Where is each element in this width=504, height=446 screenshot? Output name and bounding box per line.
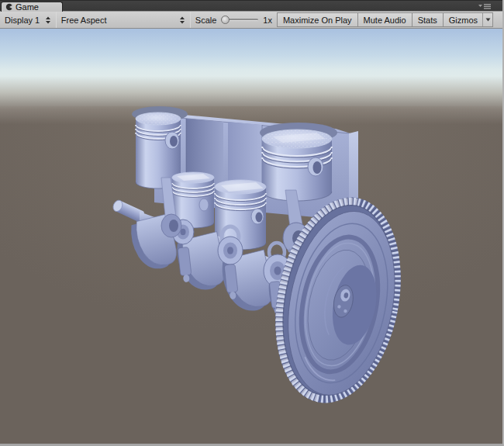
- tab-game[interactable]: Game: [1, 2, 63, 12]
- tab-strip: Game: [0, 0, 502, 11]
- gizmos-label: Gizmos: [449, 16, 478, 25]
- mute-audio-button[interactable]: Mute Audio: [357, 12, 413, 27]
- game-view-toolbar: Display 1 Free Aspect Scale 1x Maximize …: [0, 11, 502, 29]
- gizmos-dropdown-arrow[interactable]: [482, 13, 492, 26]
- display-dropdown-label: Display 1: [5, 16, 40, 25]
- stats-button[interactable]: Stats: [412, 12, 444, 27]
- piston-4: [262, 130, 332, 201]
- chevron-down-icon: [485, 18, 491, 22]
- scale-slider[interactable]: [221, 16, 258, 24]
- engine-3d-render: [0, 29, 502, 446]
- maximize-on-play-button[interactable]: Maximize On Play: [277, 12, 358, 27]
- toolbar-button-group: Maximize On Play Mute Audio Stats Gizmos: [277, 12, 493, 27]
- wrist-pin-boss: [165, 132, 179, 149]
- wrist-pin-boss: [251, 209, 264, 224]
- wrist-pin-boss: [199, 199, 209, 211]
- updown-arrows-icon: [179, 16, 185, 24]
- game-view-icon: [5, 3, 13, 11]
- mute-audio-label: Mute Audio: [364, 16, 406, 25]
- wrist-pin-boss: [308, 157, 323, 176]
- maximize-on-play-label: Maximize On Play: [283, 16, 352, 25]
- updown-arrows-icon: [45, 16, 51, 24]
- main-journal: [218, 237, 243, 264]
- aspect-dropdown-label: Free Aspect: [61, 16, 107, 25]
- tab-label: Game: [16, 2, 39, 12]
- game-viewport[interactable]: [0, 29, 502, 446]
- scale-slider-knob[interactable]: [221, 16, 230, 24]
- gizmos-button[interactable]: Gizmos: [443, 12, 493, 27]
- scale-value: 1x: [263, 16, 272, 25]
- scale-label: Scale: [195, 16, 217, 25]
- scale-control: Scale 1x: [191, 12, 277, 28]
- stats-label: Stats: [418, 16, 437, 25]
- display-dropdown[interactable]: Display 1: [0, 12, 56, 28]
- panel-menu-icon[interactable]: [478, 2, 492, 10]
- unity-game-panel: Game Display 1 Free Aspect Scale: [0, 0, 504, 446]
- aspect-ratio-dropdown[interactable]: Free Aspect: [57, 12, 190, 28]
